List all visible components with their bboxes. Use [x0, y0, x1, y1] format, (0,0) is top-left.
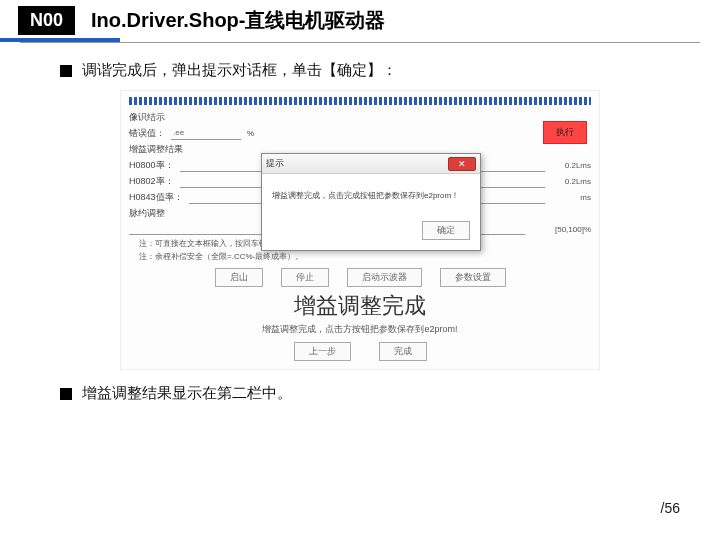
ok-button[interactable]: 确定 — [422, 221, 470, 240]
confirm-dialog: 提示 ✕ 增益调整完成，点击完成按钮把参数保存到e2prom！ 确定 — [261, 153, 481, 251]
dialog-title: 提示 — [266, 157, 284, 170]
completion-heading: 增益调整完成 — [129, 291, 591, 321]
stop-button[interactable]: 停止 — [281, 268, 329, 287]
close-icon[interactable]: ✕ — [448, 157, 476, 171]
section-label: 像识结示 — [129, 111, 591, 124]
start-button[interactable]: 启山 — [215, 268, 263, 287]
error-value-input[interactable]: .ee — [171, 128, 241, 140]
note-text: 注：余程补偿安全（全限=.CC%-最终成率）。 — [139, 251, 591, 262]
slide-title: Ino.Driver.Shop-直线电机驱动器 — [91, 7, 385, 34]
progress-stripes — [129, 97, 591, 105]
finish-button[interactable]: 完成 — [379, 342, 427, 361]
param-settings-button[interactable]: 参数设置 — [440, 268, 506, 287]
field-label: H0843值率： — [129, 191, 183, 204]
bullet-text: 调谐完成后，弹出提示对话框，单击【确定】： — [82, 61, 397, 80]
range-text: [50,100]% — [531, 225, 591, 234]
completion-subtext: 增益调整完成，点击方按钮把参数保存到e2prom! — [129, 323, 591, 336]
step-button-row: 上一步 完成 — [129, 342, 591, 361]
execute-button[interactable]: 执行 — [543, 121, 587, 144]
page-total: 56 — [664, 500, 680, 516]
slide-header: N00 Ino.Driver.Shop-直线电机驱动器 — [0, 0, 720, 40]
prev-step-button[interactable]: 上一步 — [294, 342, 351, 361]
oscilloscope-button[interactable]: 启动示波器 — [347, 268, 422, 287]
action-button-row: 启山 停止 启动示波器 参数设置 — [129, 268, 591, 287]
unit-text: 0.2Lms — [551, 161, 591, 170]
field-label: 错误值： — [129, 127, 165, 140]
slide-content: 调谐完成后，弹出提示对话框，单击【确定】： 像识结示 错误值： .ee % 执行… — [0, 43, 720, 403]
app-screenshot-panel: 像识结示 错误值： .ee % 执行 增益调整结果 H0800率： 0.2Lms… — [120, 90, 600, 370]
bullet-item: 增益调整结果显示在第二栏中。 — [60, 384, 660, 403]
dialog-footer: 确定 — [262, 217, 480, 250]
dialog-message: 增益调整完成，点击完成按钮把参数保存到e2prom！ — [262, 174, 480, 217]
logo-badge: N00 — [18, 6, 75, 35]
unit-text: ms — [551, 193, 591, 202]
unit-text: 0.2Lms — [551, 177, 591, 186]
field-label: H0800率： — [129, 159, 174, 172]
bullet-text: 增益调整结果显示在第二栏中。 — [82, 384, 292, 403]
error-value-row: 错误值： .ee % — [129, 127, 591, 140]
bullet-item: 调谐完成后，弹出提示对话框，单击【确定】： — [60, 61, 660, 80]
field-label: H0802率： — [129, 175, 174, 188]
percent-unit: % — [247, 129, 254, 138]
bullet-icon — [60, 65, 72, 77]
page-number: /56 — [661, 500, 680, 516]
dialog-titlebar: 提示 ✕ — [262, 154, 480, 174]
bullet-icon — [60, 388, 72, 400]
